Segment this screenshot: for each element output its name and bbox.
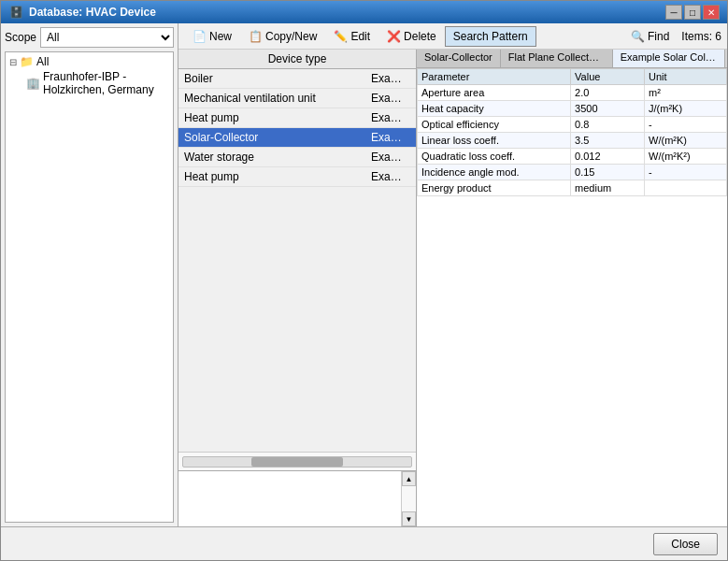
content-area: Device type Boiler Example Boi... Mechan… [178,50,727,526]
tab-flat-plane[interactable]: Flat Plane Collector (TRC) [501,50,613,67]
bottom-bar: Close [1,526,727,560]
detail-value-4: 0.012 [571,149,645,165]
detail-unit-0: m² [645,85,727,101]
scroll-track [402,486,416,511]
cell-example-3: Example Sol... [365,128,416,147]
table-row-selected[interactable]: Solar-Collector Example Sol... [178,128,416,148]
detail-row: Heat capacity 3500 J/(m²K) [418,101,727,117]
window-icon: 🗄️ [8,5,23,20]
scrollbar-thumb [251,457,343,467]
cell-example-0: Example Boi... [365,69,416,88]
edit-button[interactable]: ✏️ Edit [325,26,378,47]
left-panel: Scope All ⊟ 📁 All 🏢 Fraunhofer-IBP - Hol… [1,23,178,526]
cell-device-type-5: Heat pump [178,167,365,186]
table-row[interactable]: Heat pump Example Hea... [178,108,416,128]
table-row[interactable]: Water storage Example Sol... [178,148,416,167]
tab-example-solar[interactable]: Example Solar Collector [613,50,725,67]
cell-device-type-3: Solar-Collector [178,128,365,147]
tree-label-root: All [36,55,49,68]
cell-device-type-2: Heat pump [178,108,365,127]
delete-button[interactable]: ❌ Delete [378,26,445,47]
cell-example-2: Example Hea... [365,108,416,127]
maximize-button[interactable]: □ [684,5,701,20]
detail-row: Linear loss coeff. 3.5 W/(m²K) [418,133,727,149]
col-header-param: Parameter [418,69,571,85]
detail-unit-3: W/(m²K) [645,133,727,149]
edit-label: Edit [350,30,370,43]
main-content: Scope All ⊟ 📁 All 🏢 Fraunhofer-IBP - Hol… [1,23,727,526]
horizontal-scrollbar[interactable] [182,456,412,468]
window-title: Database: HVAC Device [29,6,156,19]
horizontal-scrollbar-area [178,452,416,470]
cell-example-1: Example Ver... [365,89,416,108]
table-body: Boiler Example Boi... Mechanical ventila… [178,69,416,452]
detail-value-3: 3.5 [571,133,645,149]
new-label: New [209,30,232,43]
detail-param-4: Quadratic loss coeff. [418,149,571,165]
detail-unit-1: J/(m²K) [645,101,727,117]
col-header-value: Value [571,69,645,85]
scope-label: Scope [5,31,36,44]
detail-value-0: 2.0 [571,85,645,101]
detail-value-2: 0.8 [571,117,645,133]
detail-unit-4: W/(m²K²) [645,149,727,165]
main-window: 🗄️ Database: HVAC Device ─ □ ✕ Scope All… [0,0,728,561]
copy-icon: 📋 [249,30,263,43]
close-button[interactable]: Close [653,533,718,555]
edit-icon: ✏️ [334,30,348,43]
window-close-button[interactable]: ✕ [703,5,720,20]
detail-value-5: 0.15 [571,165,645,180]
detail-row: Energy product medium [418,180,727,196]
detail-unit-2: - [645,117,727,133]
tab-solar-collector[interactable]: Solar-Collector [417,50,501,67]
cell-device-type-1: Mechanical ventilation unit [178,89,365,108]
items-count: Items: 6 [681,30,721,43]
table-row[interactable]: Heat pump Example Hea... [178,167,416,187]
cell-device-type-4: Water storage [178,148,365,166]
copy-new-label: Copy/New [265,30,317,43]
cell-device-type-0: Boiler [178,69,365,88]
minimize-button[interactable]: ─ [665,5,682,20]
detail-param-6: Energy product [418,180,571,196]
copy-new-button[interactable]: 📋 Copy/New [240,26,325,47]
table-row[interactable]: Mechanical ventilation unit Example Ver.… [178,89,416,108]
find-section: 🔍 Find Items: 6 [622,26,721,47]
find-icon: 🔍 [631,30,645,43]
detail-table: Parameter Value Unit Aperture area 2.0 m… [417,68,727,196]
scroll-down-arrow[interactable]: ▼ [402,511,416,526]
expand-icon: ⊟ [9,57,17,67]
detail-param-0: Aperture area [418,85,571,101]
scope-select[interactable]: All [40,27,174,48]
tree-area: ⊟ 📁 All 🏢 Fraunhofer-IBP - Holzkirchen, … [5,51,174,523]
tree-item-root[interactable]: ⊟ 📁 All [7,54,171,69]
table-panel: Device type Boiler Example Boi... Mechan… [178,50,417,526]
find-button[interactable]: 🔍 Find [622,26,678,47]
right-detail-panel: Solar-Collector Flat Plane Collector (TR… [417,50,727,526]
building-icon: 🏢 [26,77,40,90]
title-buttons: ─ □ ✕ [665,5,720,20]
folder-icon: 📁 [20,55,34,68]
detail-param-3: Linear loss coeff. [418,133,571,149]
detail-param-5: Incidence angle mod. [418,165,571,180]
detail-row: Optical efficiency 0.8 - [418,117,727,133]
new-button[interactable]: 📄 New [184,26,240,47]
search-pattern-button[interactable]: Search Pattern [445,26,536,47]
detail-unit-5: - [645,165,727,180]
title-bar-left: 🗄️ Database: HVAC Device [8,5,156,20]
scroll-up-arrow[interactable]: ▲ [402,471,416,486]
detail-tabs: Solar-Collector Flat Plane Collector (TR… [417,50,727,68]
detail-unit-6 [645,180,727,196]
delete-label: Delete [404,30,436,43]
toolbar: 📄 New 📋 Copy/New ✏️ Edit ❌ Delete Search… [178,23,727,50]
delete-icon: ❌ [387,30,401,43]
right-panel: 📄 New 📋 Copy/New ✏️ Edit ❌ Delete Search… [178,23,727,526]
detail-param-2: Optical efficiency [418,117,571,133]
detail-param-1: Heat capacity [418,101,571,117]
detail-content: Parameter Value Unit Aperture area 2.0 m… [417,68,727,526]
tree-label-fraunhofer: Fraunhofer-IBP - Holzkirchen, Germany [43,70,169,96]
cell-example-5: Example Hea... [365,167,416,186]
table-row[interactable]: Boiler Example Boi... [178,69,416,89]
find-label: Find [648,30,669,43]
tree-item-fraunhofer[interactable]: 🏢 Fraunhofer-IBP - Holzkirchen, Germany [24,69,171,97]
table-header: Device type [178,50,416,69]
